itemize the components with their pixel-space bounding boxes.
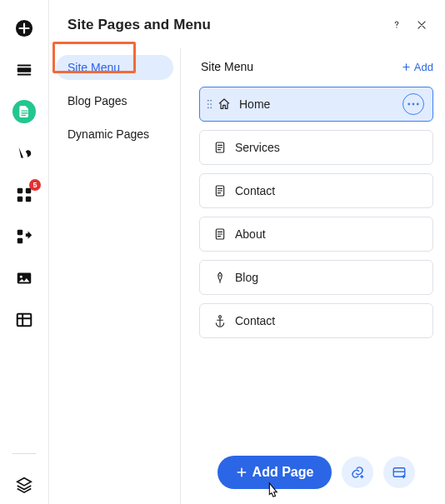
home-icon xyxy=(218,97,231,111)
subnav: Site Menu Blog Pages Dynamic Pages xyxy=(49,48,181,504)
add-section-button[interactable] xyxy=(383,457,415,488)
svg-point-15 xyxy=(210,100,212,102)
add-page-button[interactable]: Add Page xyxy=(218,456,332,489)
subnav-item-site-menu[interactable]: Site Menu xyxy=(56,55,173,80)
footer: Add Page xyxy=(199,441,433,504)
svg-rect-2 xyxy=(18,65,32,67)
svg-rect-6 xyxy=(18,197,22,202)
content-title: Site Menu xyxy=(201,60,402,73)
help-icon[interactable] xyxy=(387,15,407,35)
svg-rect-8 xyxy=(18,230,22,235)
plus-icon xyxy=(402,62,411,72)
svg-rect-4 xyxy=(18,188,22,193)
svg-rect-3 xyxy=(18,74,32,76)
page-item-anchor-contact[interactable]: Contact xyxy=(199,303,433,338)
svg-point-11 xyxy=(20,276,22,278)
design-icon[interactable] xyxy=(12,142,36,165)
section-icon xyxy=(392,465,407,480)
rail-divider xyxy=(12,453,36,454)
add-link[interactable]: Add xyxy=(402,61,433,73)
svg-point-14 xyxy=(208,100,209,102)
page-label: Contact xyxy=(235,184,424,197)
svg-point-22 xyxy=(417,103,419,106)
subnav-item-blog-pages[interactable]: Blog Pages xyxy=(56,88,173,113)
page-label: Home xyxy=(239,97,394,111)
content: Site Menu Add Home xyxy=(181,48,445,504)
page-label: Blog xyxy=(235,271,424,284)
panel-title: Site Pages and Menu xyxy=(68,17,382,33)
media-icon[interactable] xyxy=(12,267,36,290)
add-icon[interactable] xyxy=(12,17,36,40)
svg-point-27 xyxy=(219,316,222,318)
plus-icon xyxy=(236,467,248,478)
link-icon xyxy=(350,465,365,480)
sections-icon[interactable] xyxy=(12,58,36,82)
svg-point-18 xyxy=(208,107,209,108)
svg-point-20 xyxy=(408,103,410,106)
page-icon xyxy=(213,141,227,154)
add-page-label: Add Page xyxy=(252,465,314,480)
page-list: Home Services xyxy=(199,87,433,338)
row-actions-icon[interactable] xyxy=(402,93,424,115)
cms-icon[interactable] xyxy=(12,308,36,332)
subnav-label: Site Menu xyxy=(68,61,120,74)
page-item-about[interactable]: About xyxy=(199,217,433,252)
panel-header: Site Pages and Menu xyxy=(49,0,445,48)
svg-rect-7 xyxy=(26,197,31,202)
close-icon[interactable] xyxy=(412,15,432,35)
anchor-icon xyxy=(213,314,227,327)
pen-icon xyxy=(213,271,227,284)
apps-icon[interactable]: 5 xyxy=(12,183,36,207)
layers-icon[interactable] xyxy=(12,481,36,504)
pages-icon[interactable] xyxy=(12,100,36,123)
svg-point-13 xyxy=(396,27,397,27)
page-icon xyxy=(213,227,227,241)
apps-badge: 5 xyxy=(29,179,41,191)
page-label: Services xyxy=(235,141,424,154)
panel: Site Pages and Menu Site Menu Blog Pages… xyxy=(48,0,445,504)
add-link-label: Add xyxy=(414,61,433,73)
page-item-home[interactable]: Home xyxy=(199,87,433,122)
page-item-services[interactable]: Services xyxy=(199,130,433,165)
svg-point-16 xyxy=(208,103,209,105)
subnav-label: Dynamic Pages xyxy=(68,127,149,141)
page-icon xyxy=(213,184,227,197)
plugins-icon[interactable] xyxy=(12,225,36,248)
subnav-label: Blog Pages xyxy=(68,94,128,107)
add-link-button[interactable] xyxy=(342,457,373,488)
page-item-blog[interactable]: Blog xyxy=(199,260,433,295)
drag-handle-icon[interactable] xyxy=(207,99,212,109)
svg-point-21 xyxy=(412,103,415,106)
page-item-contact[interactable]: Contact xyxy=(199,173,433,208)
svg-rect-9 xyxy=(18,238,22,243)
svg-rect-1 xyxy=(18,67,32,72)
page-label: About xyxy=(235,227,424,241)
page-label: Contact xyxy=(235,314,424,327)
svg-point-17 xyxy=(210,103,212,105)
left-rail: 5 xyxy=(0,0,48,504)
subnav-item-dynamic-pages[interactable]: Dynamic Pages xyxy=(56,122,173,147)
svg-point-26 xyxy=(219,275,221,277)
svg-rect-12 xyxy=(18,314,32,327)
svg-point-19 xyxy=(210,107,212,108)
